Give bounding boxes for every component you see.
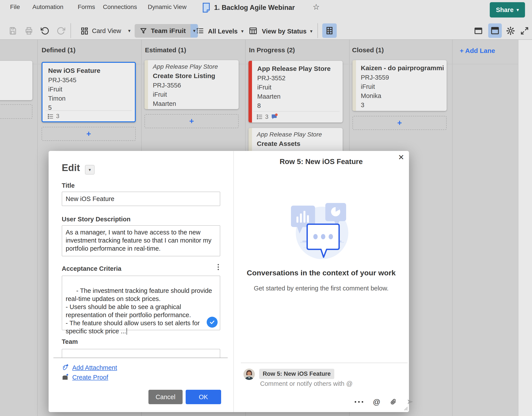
team-input-partial[interactable] <box>62 349 220 358</box>
criteria-textarea[interactable]: - The investment tracking feature should… <box>62 275 220 330</box>
text-cursor <box>127 328 127 335</box>
filter-funnel-icon <box>139 27 147 35</box>
ai-confirm-button[interactable] <box>207 317 218 328</box>
card-product: iFruit <box>153 90 236 99</box>
cancel-button[interactable]: Cancel <box>148 390 183 404</box>
menu-dynamic-view[interactable]: Dynamic View <box>148 3 187 11</box>
card-app-release-play-store[interactable]: App Release Play Store PRJ-3552 iFruit M… <box>248 61 343 123</box>
avatar <box>244 369 255 380</box>
card-partial[interactable] <box>0 61 32 100</box>
create-proof-row[interactable]: Create Proof <box>62 373 108 381</box>
add-lane-button[interactable]: + Add Lane <box>460 47 495 55</box>
view-by-dropdown[interactable]: View by Status▾ <box>262 28 312 35</box>
add-card-placeholder[interactable]: + <box>145 114 239 128</box>
card-title: Create Store Listing <box>153 71 236 81</box>
menu-forms[interactable]: Forms <box>78 3 95 11</box>
top-bar: File Automation Forms Connections Dynami… <box>0 0 532 40</box>
view-by-icon <box>249 27 257 35</box>
card-new-ios-feature[interactable]: New iOS Feature PRJ-3545 iFruit Timon 5 … <box>42 62 136 122</box>
card-category: App Release Play Store <box>153 62 236 71</box>
dialog-divider <box>53 358 228 358</box>
favorite-star-icon[interactable]: ☆ <box>313 2 320 12</box>
comment-context-badge: Row 5: New iOS Feature <box>259 369 334 379</box>
card-kaizen[interactable]: Kaizen - do pairprogrammi... PRJ-3559 iF… <box>353 60 447 111</box>
undo-icon[interactable] <box>41 27 49 35</box>
comment-divider <box>241 363 408 363</box>
add-card-placeholder[interactable]: + <box>42 127 136 141</box>
sheet-title: 1. Backlog Agile Webinar <box>214 3 295 12</box>
card-owner: Maarten <box>257 92 340 101</box>
description-textarea[interactable]: As a manager, I want to have access to t… <box>62 225 220 256</box>
paperclip-plus-icon <box>62 363 69 372</box>
filter-button[interactable]: Team iFruit ▾ <box>135 24 198 38</box>
card-id: PRJ-3556 <box>153 81 236 90</box>
menu-connections[interactable]: Connections <box>103 3 137 11</box>
card-title: Create Assets <box>257 139 340 149</box>
column-divider <box>37 40 38 416</box>
card-owner: Timon <box>48 94 132 103</box>
card-id: PRJ-3545 <box>48 76 132 85</box>
card-category: App Release Play Store <box>257 130 340 139</box>
toolbar-divider <box>70 23 71 38</box>
card-points: 8 <box>257 101 340 110</box>
lane-title-in-progress: In Progress (2) <box>249 46 295 54</box>
send-icon[interactable] <box>406 398 414 406</box>
lane-title-closed: Closed (1) <box>352 46 384 54</box>
edit-row-dialog: Edit ▾ Title User Story Description As a… <box>49 151 409 412</box>
card-id: PRJ-3552 <box>257 74 340 83</box>
mention-icon[interactable]: @ <box>373 398 381 406</box>
expand-icon[interactable] <box>520 26 529 36</box>
card-color-strip <box>145 60 148 109</box>
card-title: New iOS Feature <box>48 66 132 76</box>
card-product: iFruit <box>361 82 443 91</box>
print-icon[interactable] <box>25 27 33 35</box>
split-panel-button[interactable] <box>488 23 502 38</box>
right-rail <box>518 40 532 416</box>
checklist-count: 3 <box>265 113 268 120</box>
comment-input[interactable]: Comment or notify others with @ <box>260 380 396 387</box>
card-points: 3 <box>361 100 443 110</box>
add-card-placeholder[interactable] <box>0 104 32 119</box>
checklist-count: 3 <box>56 113 59 120</box>
criteria-menu-icon[interactable] <box>218 263 219 271</box>
redo-icon[interactable] <box>57 27 65 35</box>
card-owner: Maarten <box>153 99 236 108</box>
add-attachment-row[interactable]: Add Attachment <box>62 363 117 372</box>
card-create-store-listing[interactable]: App Release Play Store Create Store List… <box>145 60 239 109</box>
comment-indicator-icon[interactable] <box>271 113 278 120</box>
conversation-row-title: Row 5: New iOS Feature <box>233 158 409 166</box>
resize-handle[interactable] <box>402 405 408 411</box>
attach-file-icon[interactable] <box>390 398 397 406</box>
title-input[interactable] <box>62 192 220 206</box>
lane-title-defined: Defined (1) <box>42 46 76 54</box>
edit-mode-dropdown[interactable]: ▾ <box>85 165 95 175</box>
card-id: PRJ-3559 <box>361 73 443 82</box>
more-options-icon[interactable] <box>355 401 363 403</box>
single-panel-icon[interactable] <box>473 26 483 36</box>
app-window: File Automation Forms Connections Dynami… <box>0 0 532 416</box>
ok-button[interactable]: OK <box>186 390 221 404</box>
dialog-heading: Edit <box>62 162 80 173</box>
menu-automation[interactable]: Automation <box>32 3 63 11</box>
column-divider <box>452 40 453 416</box>
card-title: Kaizen - do pairprogrammi... <box>361 63 443 73</box>
settings-gear-icon[interactable] <box>506 26 515 36</box>
share-button[interactable]: Share▾ <box>490 2 525 18</box>
conversation-illustration <box>290 201 349 260</box>
title-label: Title <box>62 182 75 189</box>
menu-file[interactable]: File <box>10 3 20 11</box>
card-footer-divider <box>46 110 132 111</box>
proof-plus-icon <box>62 373 69 381</box>
card-title: App Release Play Store <box>257 64 340 74</box>
card-view-dropdown[interactable]: Card View ▾ <box>80 27 130 35</box>
levels-dropdown[interactable]: All Levels▾ <box>208 28 244 35</box>
comment-toolbar: @ <box>355 398 414 406</box>
toolbar-divider <box>317 23 318 38</box>
save-icon[interactable] <box>8 27 17 35</box>
card-settings-button[interactable] <box>322 23 337 38</box>
add-card-placeholder[interactable]: + <box>353 116 447 130</box>
card-view-icon <box>80 27 89 35</box>
card-product: iFruit <box>257 83 340 92</box>
lane-title-estimated: Estimated (1) <box>145 46 186 54</box>
team-label: Team <box>62 338 78 345</box>
